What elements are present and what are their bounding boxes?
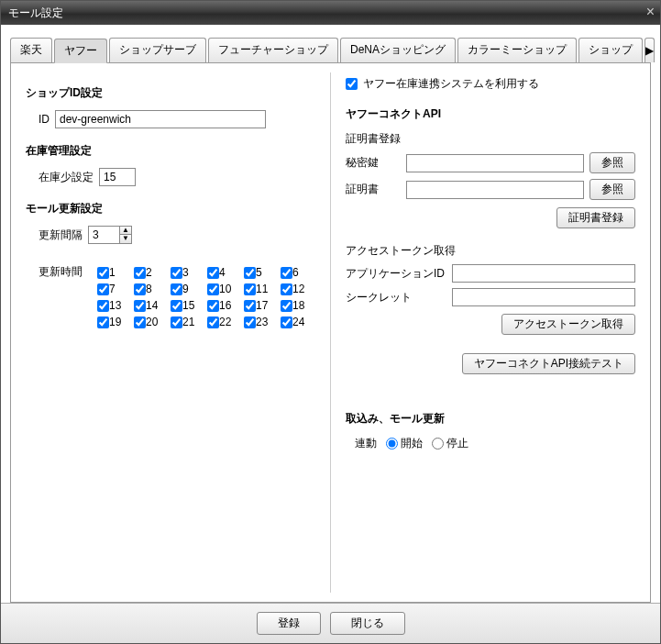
tab-scroll-right-icon[interactable]: ▶ xyxy=(644,38,655,62)
interval-label: 更新間隔 xyxy=(39,228,83,243)
use-system-checkbox[interactable] xyxy=(346,78,358,90)
hour-check-19[interactable]: 19 xyxy=(97,316,134,328)
hour-check-5[interactable]: 5 xyxy=(244,266,281,279)
close-icon[interactable]: × xyxy=(646,4,655,20)
import-section-title: 取込み、モール更新 xyxy=(346,411,635,427)
app-id-input[interactable] xyxy=(452,264,635,283)
content-area: 楽天 ヤフー ショップサーブ フューチャーショップ DeNAショッピング カラー… xyxy=(1,25,660,603)
tab-futureshop[interactable]: フューチャーショップ xyxy=(208,38,338,62)
register-button[interactable]: 登録 xyxy=(257,612,321,635)
hour-check-20[interactable]: 20 xyxy=(134,316,171,328)
tab-rakuten[interactable]: 楽天 xyxy=(10,38,52,62)
client-secret-input[interactable] xyxy=(452,288,635,306)
hour-check-16[interactable]: 16 xyxy=(207,299,244,312)
browse-secret-button[interactable]: 参照 xyxy=(589,152,635,173)
browse-cert-button[interactable]: 参照 xyxy=(589,179,635,200)
left-panel: ショップID設定 ID 在庫管理設定 在庫少設定 モール更新設定 更新間隔 xyxy=(11,63,330,602)
tab-colorme[interactable]: カラーミーショップ xyxy=(457,38,577,62)
hour-check-15[interactable]: 15 xyxy=(171,299,207,312)
link-start-radio[interactable]: 開始 xyxy=(386,436,423,451)
api-test-button[interactable]: ヤフーコネクトAPI接続テスト xyxy=(462,353,635,374)
id-label: ID xyxy=(39,113,50,126)
tab-bar: 楽天 ヤフー ショップサーブ フューチャーショップ DeNAショッピング カラー… xyxy=(10,38,651,63)
secret-key-input[interactable] xyxy=(406,154,584,172)
cert-reg-label: 証明書登録 xyxy=(346,131,635,147)
hour-check-grid: 1 2 3 4 5 6 7 8 9 10 11 xyxy=(97,262,317,332)
hour-check-17[interactable]: 17 xyxy=(244,299,281,312)
right-panel: ヤフー在庫連携システムを利用する ヤフーコネクトAPI 証明書登録 秘密鍵 参照… xyxy=(331,63,650,602)
connect-api-title: ヤフーコネクトAPI xyxy=(346,106,635,122)
hour-check-1[interactable]: 1 xyxy=(97,266,134,279)
close-button[interactable]: 閉じる xyxy=(330,612,405,635)
tab-yahoo[interactable]: ヤフー xyxy=(54,39,107,63)
tab-shop-extra[interactable]: ショップ xyxy=(578,38,643,62)
interval-spinner: ▲ ▼ xyxy=(88,226,132,244)
hour-check-13[interactable]: 13 xyxy=(97,299,134,312)
hour-check-21[interactable]: 21 xyxy=(171,316,207,328)
spinner-buttons: ▲ ▼ xyxy=(119,226,132,244)
tab-dena[interactable]: DeNAショッピング xyxy=(340,38,456,62)
inventory-section-title: 在庫管理設定 xyxy=(26,143,315,159)
titlebar: モール設定 × xyxy=(1,1,660,25)
get-token-button[interactable]: アクセストークン取得 xyxy=(501,314,635,335)
hour-check-23[interactable]: 23 xyxy=(244,316,281,328)
hour-check-8[interactable]: 8 xyxy=(134,283,171,295)
link-label: 連動 xyxy=(355,436,377,451)
spinner-down-icon[interactable]: ▼ xyxy=(120,235,131,243)
app-id-label: アプリケーションID xyxy=(346,266,446,282)
hour-check-2[interactable]: 2 xyxy=(134,266,171,279)
link-stop-radio[interactable]: 停止 xyxy=(432,436,468,451)
token-section-label: アクセストークン取得 xyxy=(346,243,635,259)
tab-shopserve[interactable]: ショップサーブ xyxy=(109,38,206,62)
hour-check-4[interactable]: 4 xyxy=(207,266,244,279)
hour-check-7[interactable]: 7 xyxy=(97,283,134,295)
footer: 登録 閉じる xyxy=(1,603,660,643)
tab-body: ショップID設定 ID 在庫管理設定 在庫少設定 モール更新設定 更新間隔 xyxy=(10,63,651,603)
dialog-window: モール設定 × 楽天 ヤフー ショップサーブ フューチャーショップ DeNAショ… xyxy=(0,0,661,644)
low-stock-input[interactable] xyxy=(99,168,136,186)
hour-check-10[interactable]: 10 xyxy=(207,283,244,295)
shop-id-section-title: ショップID設定 xyxy=(26,85,315,101)
hour-check-6[interactable]: 6 xyxy=(281,266,317,279)
hour-check-22[interactable]: 22 xyxy=(207,316,244,328)
hour-check-12[interactable]: 12 xyxy=(281,283,317,295)
use-system-label: ヤフー在庫連携システムを利用する xyxy=(363,76,539,92)
hour-check-11[interactable]: 11 xyxy=(244,283,281,295)
update-time-label: 更新時間 xyxy=(39,264,83,280)
secret-label: シークレット xyxy=(346,290,446,305)
window-title: モール設定 xyxy=(8,6,63,21)
shop-id-input[interactable] xyxy=(55,110,266,128)
interval-input[interactable] xyxy=(88,226,119,244)
hour-check-9[interactable]: 9 xyxy=(171,283,207,295)
update-section-title: モール更新設定 xyxy=(26,201,315,217)
cert-input[interactable] xyxy=(406,181,584,199)
hour-check-14[interactable]: 14 xyxy=(134,299,171,312)
hour-check-24[interactable]: 24 xyxy=(281,316,317,328)
hour-check-18[interactable]: 18 xyxy=(281,299,317,312)
secret-key-label: 秘密鍵 xyxy=(346,155,401,171)
hour-check-3[interactable]: 3 xyxy=(171,266,207,279)
cert-register-button[interactable]: 証明書登録 xyxy=(556,207,635,228)
low-stock-label: 在庫少設定 xyxy=(39,170,94,185)
cert-label: 証明書 xyxy=(346,182,401,197)
